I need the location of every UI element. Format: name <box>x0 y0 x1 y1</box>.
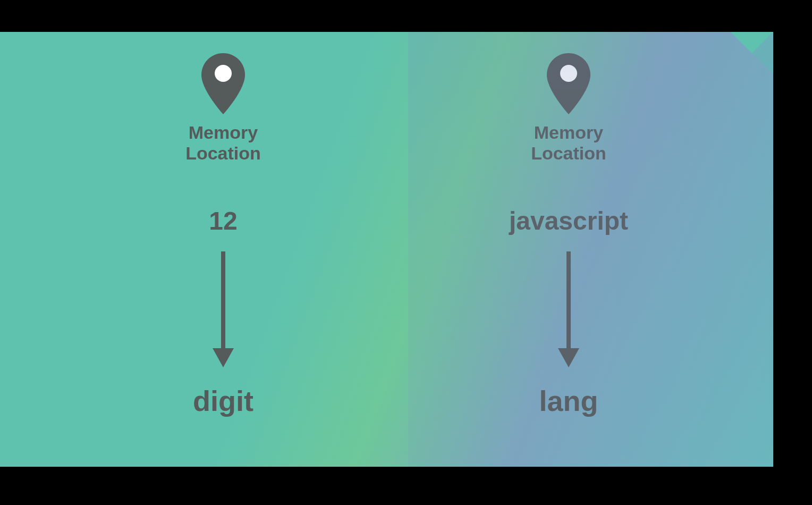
location-pin-icon <box>199 53 247 117</box>
memory-location-label: Memory Location <box>531 122 606 164</box>
stored-value: 12 <box>209 206 237 235</box>
memory-location-label: Memory Location <box>185 122 261 164</box>
svg-marker-2 <box>213 348 234 367</box>
corner-fold-icon <box>731 32 773 74</box>
variable-name: digit <box>193 384 253 417</box>
left-memory-block: Memory Location 12 digit <box>122 53 324 417</box>
memory-label-line1: Memory <box>531 122 606 143</box>
stored-value: javascript <box>509 206 628 235</box>
variable-name: lang <box>539 384 598 417</box>
arrow-down-icon <box>207 251 239 368</box>
right-memory-block: Memory Location javascript lang <box>468 53 670 417</box>
memory-label-line2: Location <box>185 143 261 164</box>
location-pin-icon <box>545 53 593 117</box>
svg-marker-5 <box>558 348 579 367</box>
svg-point-3 <box>560 65 577 82</box>
svg-point-0 <box>215 65 232 82</box>
arrow-down-icon <box>553 251 585 368</box>
diagram-canvas: Memory Location 12 digit Memory Location… <box>0 32 773 467</box>
memory-label-line1: Memory <box>185 122 261 143</box>
memory-label-line2: Location <box>531 143 606 164</box>
